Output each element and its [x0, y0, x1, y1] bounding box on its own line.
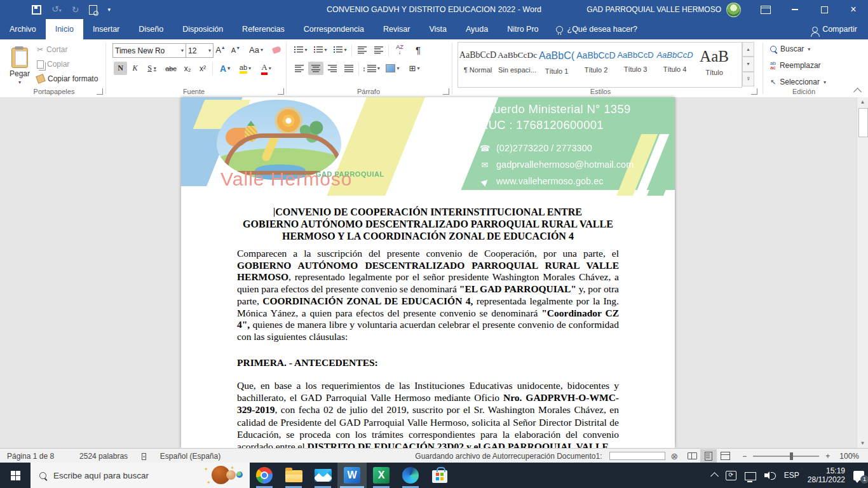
taskbar-excel[interactable]: X: [367, 463, 396, 488]
zoom-level[interactable]: 100%: [832, 452, 868, 461]
styles-scroll-up[interactable]: ▲: [742, 42, 754, 57]
tab-ayuda[interactable]: Ayuda: [456, 19, 498, 39]
tab-nitro-pro[interactable]: Nitro Pro: [498, 19, 548, 39]
volume-icon[interactable]: [764, 471, 776, 480]
align-right-button[interactable]: [325, 62, 340, 75]
taskbar-chrome[interactable]: [250, 463, 279, 488]
italic-button[interactable]: K: [128, 62, 142, 75]
action-center-icon[interactable]: 1: [853, 471, 864, 480]
ribbon-display-options-button[interactable]: [751, 0, 780, 19]
bold-button[interactable]: N: [114, 62, 127, 75]
document-page[interactable]: Valle Hermoso GAD PARROQUIAL Acuerdo Min…: [181, 97, 675, 448]
collapse-ribbon-icon[interactable]: [853, 88, 862, 96]
paragraph-1[interactable]: Comparecen a la suscripción del presente…: [237, 248, 619, 343]
scroll-down-arrow[interactable]: ▼: [857, 438, 868, 448]
justify-button[interactable]: [341, 62, 356, 75]
font-color-button[interactable]: A▾: [257, 62, 276, 75]
underline-button[interactable]: S▾: [143, 62, 161, 75]
word-count[interactable]: 2524 palabras: [72, 452, 135, 461]
paste-button[interactable]: Pegar ▾: [5, 42, 34, 90]
style-normal[interactable]: AaBbCcD¶ Normal: [458, 43, 498, 87]
change-case-button[interactable]: Aa▾: [247, 43, 266, 57]
font-dialog-launcher[interactable]: [278, 88, 284, 95]
tablet-sync-icon[interactable]: ⟳: [726, 471, 736, 480]
zoom-slider-thumb[interactable]: [790, 452, 793, 460]
page-indicator[interactable]: Página 1 de 8: [0, 452, 61, 461]
tab-revisar[interactable]: Revisar: [374, 19, 419, 39]
vertical-scrollbar[interactable]: ▲ ▼: [857, 97, 868, 448]
tab-insertar[interactable]: Insertar: [83, 19, 129, 39]
numbering-button[interactable]: ▾: [311, 43, 329, 57]
styles-scroll-down[interactable]: ▼: [742, 57, 754, 71]
customize-qat-icon[interactable]: ▾: [107, 0, 111, 19]
grow-font-button[interactable]: A▲: [214, 43, 227, 57]
style-sin-espaciado[interactable]: AaBbCcDcSin espaci...: [498, 43, 537, 87]
shrink-font-button[interactable]: A▼: [229, 43, 243, 57]
replace-button[interactable]: abac Reemplazar: [770, 61, 821, 70]
clock[interactable]: 15:19 28/11/2022: [808, 466, 845, 484]
line-spacing-button[interactable]: ↕▾: [362, 62, 381, 75]
close-button[interactable]: ×: [839, 0, 868, 19]
tab-correspondencia[interactable]: Correspondencia: [294, 19, 374, 39]
tell-me-box[interactable]: ¿Qué desea hacer?: [548, 19, 646, 39]
show-marks-button[interactable]: ¶: [410, 43, 426, 57]
show-hidden-icons[interactable]: [710, 472, 719, 480]
styles-dialog-launcher[interactable]: [751, 88, 757, 95]
share-button[interactable]: Compartir: [801, 19, 868, 39]
network-icon[interactable]: [745, 472, 756, 480]
document-title[interactable]: CONVENIO DE COOPERACIÓN INTERINSTITUCION…: [237, 206, 619, 242]
style-titulo-2[interactable]: AaBbCcDTítulo 2: [576, 43, 616, 87]
start-button[interactable]: [0, 463, 31, 488]
taskbar-mail[interactable]: [308, 463, 337, 488]
align-left-button[interactable]: [292, 62, 307, 75]
restore-button[interactable]: [810, 0, 839, 19]
redo-icon[interactable]: ↻: [72, 0, 79, 19]
bullets-button[interactable]: ▾: [292, 43, 309, 57]
clipboard-dialog-launcher[interactable]: [97, 88, 103, 95]
taskbar-store[interactable]: [425, 463, 454, 488]
select-button[interactable]: ↖ Seleccionar▾: [770, 78, 826, 86]
tab-vista[interactable]: Vista: [419, 19, 456, 39]
tab-inicio[interactable]: Inicio: [46, 19, 83, 39]
tab-disposicion[interactable]: Disposición: [173, 19, 233, 39]
scrollbar-thumb[interactable]: [858, 108, 868, 137]
sort-button[interactable]: AZ↓: [391, 42, 408, 57]
print-preview-icon[interactable]: [89, 5, 97, 15]
multilevel-list-button[interactable]: ▾: [331, 43, 349, 57]
taskbar-search[interactable]: Escribe aquí para buscar ✦ ✦✦: [31, 463, 250, 488]
tab-referencias[interactable]: Referencias: [233, 19, 294, 39]
increase-indent-button[interactable]: [371, 43, 386, 57]
zoom-out-button[interactable]: −: [733, 452, 749, 461]
save-icon[interactable]: [32, 5, 41, 15]
format-painter-button[interactable]: Copiar formato: [37, 73, 107, 85]
taskbar-word[interactable]: W: [337, 463, 367, 488]
paragraph-2[interactable]: Que, en base a los requerimientos de las…: [237, 379, 619, 448]
clear-formatting-button[interactable]: [269, 43, 283, 57]
read-mode-button[interactable]: [684, 449, 700, 463]
account-area[interactable]: GAD PARROQUIAL VALLE HERMOSO: [587, 0, 741, 19]
find-button[interactable]: Buscar▾: [770, 44, 810, 53]
strikethrough-button[interactable]: abc: [163, 62, 179, 75]
shading-button[interactable]: ▾: [383, 62, 402, 75]
style-titulo-3[interactable]: AaBbCcDTítulo 3: [616, 43, 655, 87]
language-indicator[interactable]: Español (España): [153, 452, 227, 461]
styles-more-button[interactable]: ⊽: [742, 72, 754, 86]
font-family-combo[interactable]: Times New Ro▾: [112, 43, 186, 58]
undo-icon[interactable]: ↺▾: [51, 0, 62, 20]
copy-button[interactable]: Copiar: [37, 58, 100, 70]
zoom-in-button[interactable]: +: [823, 452, 832, 461]
print-layout-button[interactable]: [700, 449, 717, 463]
keyboard-language[interactable]: ESP: [784, 471, 799, 480]
account-avatar[interactable]: [726, 3, 741, 17]
align-center-button[interactable]: [308, 62, 323, 75]
bing-daily-image[interactable]: ✦ ✦✦: [203, 465, 243, 485]
cut-button[interactable]: ✂Cortar: [37, 44, 100, 55]
proofing-icon[interactable]: ×: [135, 451, 153, 461]
style-titulo-1[interactable]: AaBbC(Título 1: [537, 43, 576, 87]
text-effects-button[interactable]: A▾: [216, 62, 234, 75]
scroll-up-arrow[interactable]: ▲: [857, 97, 868, 107]
superscript-button[interactable]: x²: [196, 62, 210, 75]
tab-diseno[interactable]: Diseño: [129, 19, 173, 39]
borders-button[interactable]: ⊞▾: [405, 62, 424, 75]
highlight-button[interactable]: ab▾: [236, 62, 255, 75]
